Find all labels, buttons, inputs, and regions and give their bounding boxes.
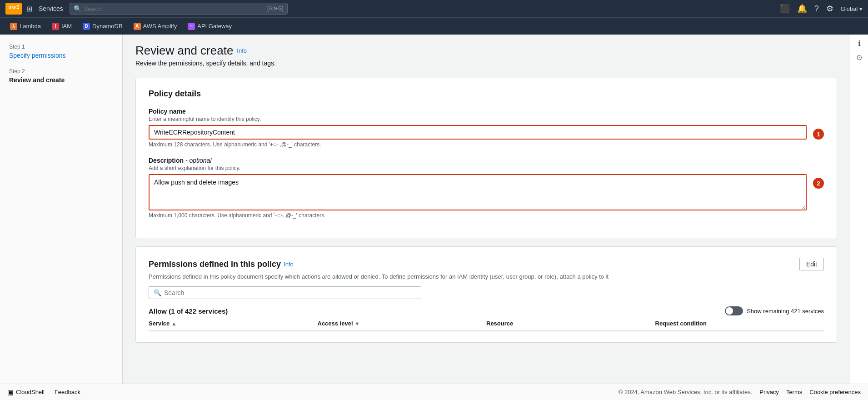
iam-icon: I	[52, 23, 59, 30]
permissions-search-box[interactable]: 🔍	[149, 286, 421, 299]
permissions-card: Permissions defined in this policy Info …	[135, 246, 837, 343]
service-col-label: Service	[149, 320, 170, 327]
specify-permissions-link[interactable]: Specify permissions	[9, 52, 66, 59]
sidebar-step-1: Step 1 Specify permissions	[9, 44, 113, 59]
step2-label: Step 2	[9, 68, 113, 75]
main-layout: Step 1 Specify permissions Step 2 Review…	[0, 35, 868, 384]
review-and-create-sidebar-item: Review and create	[9, 76, 113, 84]
description-label: Description - optional	[149, 157, 824, 164]
sidebar-item-dynamodb[interactable]: D DynamoDB	[78, 21, 127, 32]
bottom-right-section: © 2024, Amazon Web Services, Inc. or its…	[619, 389, 861, 395]
page-subtitle: Review the permissions, specify details,…	[135, 60, 837, 67]
policy-details-card: Policy details Policy name Enter a meani…	[135, 78, 837, 239]
permissions-title: Permissions defined in this policy	[149, 260, 281, 269]
service-col-header[interactable]: Service ▲	[149, 320, 318, 327]
page-info-link[interactable]: Info	[237, 47, 247, 54]
show-remaining-label: Show remaining 421 services	[747, 308, 824, 315]
policy-name-input-row: 1	[149, 125, 824, 140]
global-search-bar[interactable]: 🔍 [Alt+S]	[70, 3, 288, 15]
sidebar-item-iam[interactable]: I IAM	[47, 21, 76, 32]
search-icon: 🔍	[74, 5, 81, 12]
allow-count-label: Allow (1 of 422 services)	[149, 307, 228, 315]
info-panel-icon[interactable]: ℹ	[858, 39, 861, 48]
amplify-label: AWS Amplify	[143, 23, 177, 30]
edit-button[interactable]: Edit	[799, 258, 824, 270]
description-char-hint: Maximum 1,000 characters. Use alphanumer…	[149, 212, 824, 219]
sidebar: Step 1 Specify permissions Step 2 Review…	[0, 35, 123, 384]
apigateway-label: API Gateway	[197, 23, 232, 30]
dynamodb-label: DynamoDB	[92, 23, 122, 30]
cloudshell-section: ▣ CloudShell Feedback	[7, 389, 80, 396]
help-icon[interactable]: ?	[814, 4, 819, 14]
access-level-sort-icon: ▼	[355, 321, 360, 326]
permissions-info-link[interactable]: Info	[284, 261, 294, 268]
service-sort-icon: ▲	[171, 321, 176, 326]
right-panel: ℹ ⊙	[850, 35, 868, 384]
allow-row: Allow (1 of 422 services) Show remaining…	[149, 306, 824, 315]
bottom-bar: ▣ CloudShell Feedback © 2024, Amazon Web…	[0, 384, 868, 400]
description-badge: 2	[813, 178, 824, 189]
services-nav-button[interactable]: Services	[36, 3, 66, 14]
request-condition-col-header[interactable]: Request condition	[655, 320, 824, 327]
nav-right-icons: ⬛ 🔔 ? ⚙ Global ▾	[780, 4, 863, 14]
iam-label: IAM	[61, 23, 72, 30]
global-search-input[interactable]	[84, 5, 264, 12]
policy-name-char-hint: Maximum 128 characters. Use alphanumeric…	[149, 141, 824, 148]
cloudshell-icon: ▣	[7, 389, 13, 396]
terms-link[interactable]: Terms	[786, 389, 802, 395]
page-title: Review and create	[135, 44, 233, 58]
show-remaining-toggle[interactable]	[725, 306, 743, 315]
aws-logo[interactable]	[5, 3, 22, 15]
settings-panel-icon[interactable]: ⊙	[856, 53, 862, 62]
policy-details-title: Policy details	[149, 89, 824, 99]
amplify-icon: A	[134, 23, 141, 30]
sidebar-item-lambda[interactable]: λ Lambda	[5, 21, 45, 32]
feedback-label[interactable]: Feedback	[55, 389, 80, 395]
bell-icon[interactable]: 🔔	[797, 4, 807, 14]
policy-name-field-group: Policy name Enter a meaningful name to i…	[149, 108, 824, 148]
top-navigation: ⊞ Services 🔍 [Alt+S] ⬛ 🔔 ? ⚙ Global ▾	[0, 0, 868, 17]
permissions-description: Permissions defined in this policy docum…	[149, 273, 824, 280]
policy-name-hint: Enter a meaningful name to identify this…	[149, 116, 824, 122]
sidebar-step-2: Step 2 Review and create	[9, 68, 113, 84]
apigateway-icon: ~	[188, 23, 195, 30]
main-content: Review and create Info Review the permis…	[123, 35, 850, 384]
sidebar-item-amplify[interactable]: A AWS Amplify	[129, 21, 182, 32]
dynamodb-icon: D	[83, 23, 90, 30]
lambda-icon: λ	[10, 23, 17, 30]
region-selector[interactable]: Global ▾	[841, 5, 863, 12]
description-hint: Add a short explanation for this policy.	[149, 165, 824, 171]
permissions-title-row: Permissions defined in this policy Info	[149, 260, 294, 269]
show-remaining-toggle-row: Show remaining 421 services	[725, 306, 824, 315]
cloudshell-label[interactable]: CloudShell	[16, 389, 45, 395]
access-level-col-label: Access level	[318, 320, 353, 327]
description-optional-tag: - optional	[185, 157, 212, 164]
page-title-row: Review and create Info	[135, 44, 837, 58]
resource-col-label: Resource	[486, 320, 513, 327]
description-field-group: Description - optional Add a short expla…	[149, 157, 824, 219]
policy-name-label: Policy name	[149, 108, 824, 115]
privacy-link[interactable]: Privacy	[759, 389, 779, 395]
step1-label: Step 1	[9, 44, 113, 50]
request-condition-col-label: Request condition	[655, 320, 707, 327]
policy-name-badge: 1	[813, 129, 824, 140]
copyright-text: © 2024, Amazon Web Services, Inc. or its…	[619, 389, 753, 395]
permissions-table-header: Service ▲ Access level ▼ Resource Reques…	[149, 320, 824, 331]
resource-col-header[interactable]: Resource	[486, 320, 655, 327]
settings-icon[interactable]: ⚙	[826, 4, 833, 14]
cookie-preferences-link[interactable]: Cookie preferences	[809, 389, 861, 395]
description-textarea[interactable]: Allow push and delete images	[149, 174, 807, 210]
grid-icon[interactable]: ⊞	[26, 5, 32, 13]
sidebar-item-apigateway[interactable]: ~ API Gateway	[183, 21, 236, 32]
pinned-services-bar: λ Lambda I IAM D DynamoDB A AWS Amplify …	[0, 17, 868, 35]
terminal-icon[interactable]: ⬛	[780, 4, 790, 14]
description-input-row: Allow push and delete images 2	[149, 174, 824, 210]
policy-name-input[interactable]	[149, 125, 807, 140]
permissions-search-input[interactable]	[164, 289, 416, 296]
lambda-label: Lambda	[20, 23, 41, 30]
permissions-header: Permissions defined in this policy Info …	[149, 258, 824, 270]
access-level-col-header[interactable]: Access level ▼	[318, 320, 487, 327]
search-shortcut-hint: [Alt+S]	[267, 5, 284, 12]
permissions-search-icon: 🔍	[154, 289, 161, 296]
